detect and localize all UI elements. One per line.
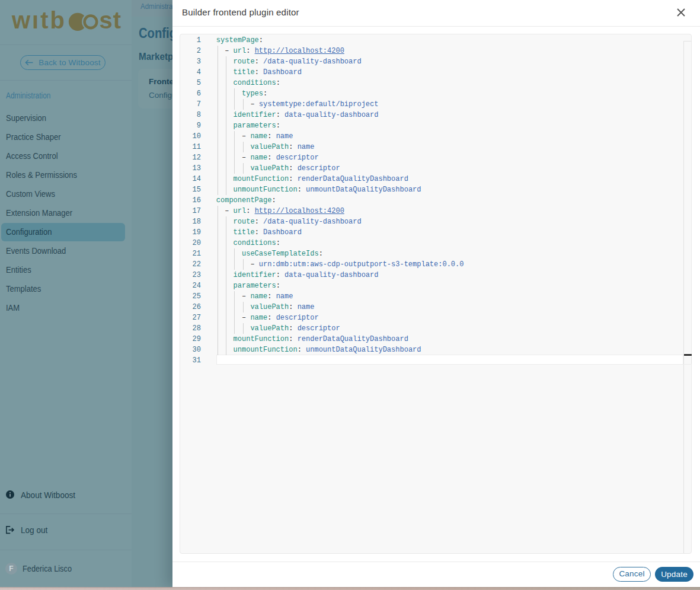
svg-text:wıtb: wıtb <box>11 9 66 33</box>
svg-text:st: st <box>100 9 122 33</box>
